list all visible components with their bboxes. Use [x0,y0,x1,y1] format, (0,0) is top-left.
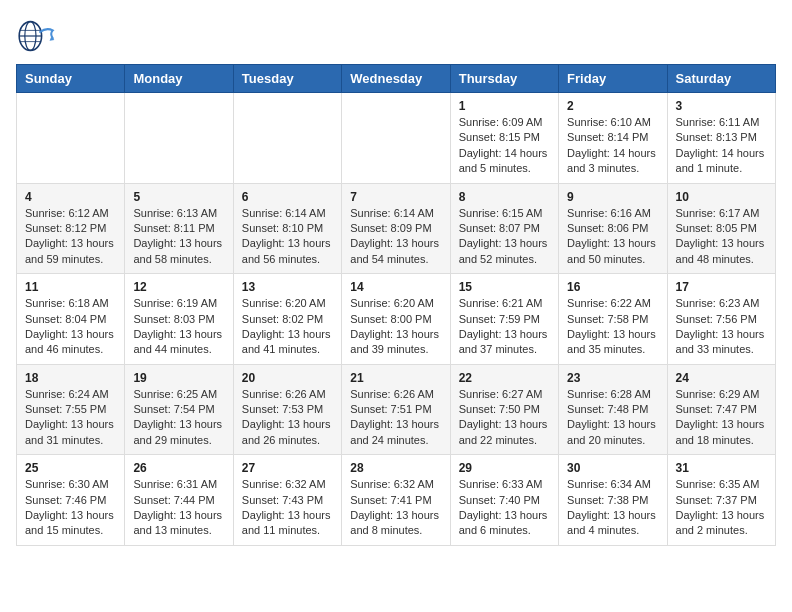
day-info: Sunrise: 6:30 AM Sunset: 7:46 PM Dayligh… [25,477,116,539]
calendar-cell: 4Sunrise: 6:12 AM Sunset: 8:12 PM Daylig… [17,183,125,274]
calendar-cell: 6Sunrise: 6:14 AM Sunset: 8:10 PM Daylig… [233,183,341,274]
day-info: Sunrise: 6:12 AM Sunset: 8:12 PM Dayligh… [25,206,116,268]
calendar-header-tuesday: Tuesday [233,65,341,93]
day-number: 31 [676,461,767,475]
calendar-cell [342,93,450,184]
calendar-week-4: 18Sunrise: 6:24 AM Sunset: 7:55 PM Dayli… [17,364,776,455]
day-info: Sunrise: 6:26 AM Sunset: 7:53 PM Dayligh… [242,387,333,449]
day-info: Sunrise: 6:16 AM Sunset: 8:06 PM Dayligh… [567,206,658,268]
day-number: 27 [242,461,333,475]
day-number: 2 [567,99,658,113]
calendar-cell: 31Sunrise: 6:35 AM Sunset: 7:37 PM Dayli… [667,455,775,546]
day-info: Sunrise: 6:14 AM Sunset: 8:09 PM Dayligh… [350,206,441,268]
calendar-cell: 11Sunrise: 6:18 AM Sunset: 8:04 PM Dayli… [17,274,125,365]
day-info: Sunrise: 6:14 AM Sunset: 8:10 PM Dayligh… [242,206,333,268]
day-number: 26 [133,461,224,475]
calendar-cell: 27Sunrise: 6:32 AM Sunset: 7:43 PM Dayli… [233,455,341,546]
day-info: Sunrise: 6:21 AM Sunset: 7:59 PM Dayligh… [459,296,550,358]
calendar-cell: 20Sunrise: 6:26 AM Sunset: 7:53 PM Dayli… [233,364,341,455]
day-info: Sunrise: 6:09 AM Sunset: 8:15 PM Dayligh… [459,115,550,177]
calendar-cell: 10Sunrise: 6:17 AM Sunset: 8:05 PM Dayli… [667,183,775,274]
calendar-cell: 9Sunrise: 6:16 AM Sunset: 8:06 PM Daylig… [559,183,667,274]
calendar-cell: 14Sunrise: 6:20 AM Sunset: 8:00 PM Dayli… [342,274,450,365]
day-number: 4 [25,190,116,204]
day-info: Sunrise: 6:13 AM Sunset: 8:11 PM Dayligh… [133,206,224,268]
day-number: 29 [459,461,550,475]
day-info: Sunrise: 6:26 AM Sunset: 7:51 PM Dayligh… [350,387,441,449]
day-number: 8 [459,190,550,204]
day-number: 22 [459,371,550,385]
day-number: 13 [242,280,333,294]
calendar-cell [17,93,125,184]
calendar-cell: 5Sunrise: 6:13 AM Sunset: 8:11 PM Daylig… [125,183,233,274]
day-info: Sunrise: 6:25 AM Sunset: 7:54 PM Dayligh… [133,387,224,449]
day-info: Sunrise: 6:18 AM Sunset: 8:04 PM Dayligh… [25,296,116,358]
day-info: Sunrise: 6:33 AM Sunset: 7:40 PM Dayligh… [459,477,550,539]
day-info: Sunrise: 6:11 AM Sunset: 8:13 PM Dayligh… [676,115,767,177]
day-info: Sunrise: 6:34 AM Sunset: 7:38 PM Dayligh… [567,477,658,539]
day-number: 16 [567,280,658,294]
calendar-cell: 24Sunrise: 6:29 AM Sunset: 7:47 PM Dayli… [667,364,775,455]
logo [16,16,60,56]
day-info: Sunrise: 6:29 AM Sunset: 7:47 PM Dayligh… [676,387,767,449]
day-info: Sunrise: 6:20 AM Sunset: 8:02 PM Dayligh… [242,296,333,358]
calendar-cell: 8Sunrise: 6:15 AM Sunset: 8:07 PM Daylig… [450,183,558,274]
day-number: 21 [350,371,441,385]
calendar-cell [125,93,233,184]
calendar-header-thursday: Thursday [450,65,558,93]
day-number: 28 [350,461,441,475]
calendar-week-3: 11Sunrise: 6:18 AM Sunset: 8:04 PM Dayli… [17,274,776,365]
calendar-header-sunday: Sunday [17,65,125,93]
day-number: 1 [459,99,550,113]
day-info: Sunrise: 6:31 AM Sunset: 7:44 PM Dayligh… [133,477,224,539]
day-number: 12 [133,280,224,294]
calendar-week-5: 25Sunrise: 6:30 AM Sunset: 7:46 PM Dayli… [17,455,776,546]
day-info: Sunrise: 6:22 AM Sunset: 7:58 PM Dayligh… [567,296,658,358]
calendar-cell: 18Sunrise: 6:24 AM Sunset: 7:55 PM Dayli… [17,364,125,455]
calendar-cell: 16Sunrise: 6:22 AM Sunset: 7:58 PM Dayli… [559,274,667,365]
day-number: 9 [567,190,658,204]
calendar-cell [233,93,341,184]
day-info: Sunrise: 6:28 AM Sunset: 7:48 PM Dayligh… [567,387,658,449]
calendar-cell: 19Sunrise: 6:25 AM Sunset: 7:54 PM Dayli… [125,364,233,455]
day-number: 19 [133,371,224,385]
day-number: 15 [459,280,550,294]
calendar-cell: 29Sunrise: 6:33 AM Sunset: 7:40 PM Dayli… [450,455,558,546]
calendar-header-monday: Monday [125,65,233,93]
calendar-header-row: SundayMondayTuesdayWednesdayThursdayFrid… [17,65,776,93]
calendar-cell: 2Sunrise: 6:10 AM Sunset: 8:14 PM Daylig… [559,93,667,184]
day-number: 11 [25,280,116,294]
calendar-cell: 3Sunrise: 6:11 AM Sunset: 8:13 PM Daylig… [667,93,775,184]
calendar-table: SundayMondayTuesdayWednesdayThursdayFrid… [16,64,776,546]
day-info: Sunrise: 6:35 AM Sunset: 7:37 PM Dayligh… [676,477,767,539]
calendar-cell: 13Sunrise: 6:20 AM Sunset: 8:02 PM Dayli… [233,274,341,365]
header [16,16,776,56]
day-number: 18 [25,371,116,385]
day-number: 25 [25,461,116,475]
calendar-header-wednesday: Wednesday [342,65,450,93]
calendar-header-friday: Friday [559,65,667,93]
day-number: 6 [242,190,333,204]
day-info: Sunrise: 6:10 AM Sunset: 8:14 PM Dayligh… [567,115,658,177]
calendar-cell: 7Sunrise: 6:14 AM Sunset: 8:09 PM Daylig… [342,183,450,274]
calendar-cell: 12Sunrise: 6:19 AM Sunset: 8:03 PM Dayli… [125,274,233,365]
calendar-cell: 22Sunrise: 6:27 AM Sunset: 7:50 PM Dayli… [450,364,558,455]
day-number: 24 [676,371,767,385]
calendar-cell: 25Sunrise: 6:30 AM Sunset: 7:46 PM Dayli… [17,455,125,546]
calendar-cell: 28Sunrise: 6:32 AM Sunset: 7:41 PM Dayli… [342,455,450,546]
day-info: Sunrise: 6:24 AM Sunset: 7:55 PM Dayligh… [25,387,116,449]
calendar-cell: 21Sunrise: 6:26 AM Sunset: 7:51 PM Dayli… [342,364,450,455]
calendar-cell: 26Sunrise: 6:31 AM Sunset: 7:44 PM Dayli… [125,455,233,546]
day-number: 20 [242,371,333,385]
calendar-cell: 17Sunrise: 6:23 AM Sunset: 7:56 PM Dayli… [667,274,775,365]
day-info: Sunrise: 6:19 AM Sunset: 8:03 PM Dayligh… [133,296,224,358]
calendar-cell: 30Sunrise: 6:34 AM Sunset: 7:38 PM Dayli… [559,455,667,546]
day-info: Sunrise: 6:32 AM Sunset: 7:43 PM Dayligh… [242,477,333,539]
day-number: 7 [350,190,441,204]
calendar-cell: 15Sunrise: 6:21 AM Sunset: 7:59 PM Dayli… [450,274,558,365]
calendar-week-2: 4Sunrise: 6:12 AM Sunset: 8:12 PM Daylig… [17,183,776,274]
day-number: 14 [350,280,441,294]
calendar-week-1: 1Sunrise: 6:09 AM Sunset: 8:15 PM Daylig… [17,93,776,184]
calendar-cell: 1Sunrise: 6:09 AM Sunset: 8:15 PM Daylig… [450,93,558,184]
day-number: 3 [676,99,767,113]
